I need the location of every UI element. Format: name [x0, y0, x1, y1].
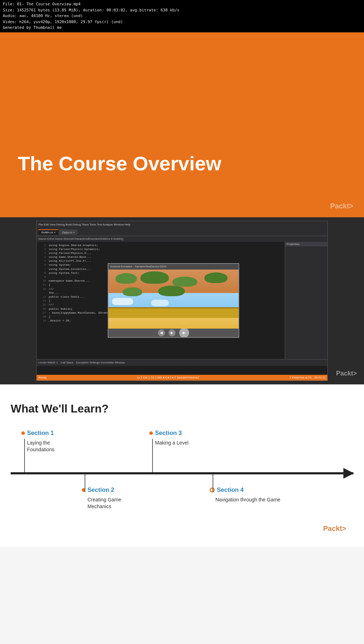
action-button[interactable]: ▶ — [179, 328, 189, 338]
section1-label: Section 1 — [27, 430, 54, 437]
ide-tab-zippy[interactable]: Zippy.cs × — [59, 229, 77, 235]
ide-bottom-panel: Locals Watch 1 Call Stack Exception Sett… — [37, 359, 327, 380]
hero-title: The Course Overview — [18, 153, 221, 175]
game-controls[interactable]: ◀ ▶ ▶ — [108, 329, 239, 337]
ide-exceptions-tab[interactable]: Exception Settings Immediate Window — [76, 361, 125, 364]
game-window-title-text: Android Emulator - XamarinTestDevice:555… — [110, 265, 166, 268]
learn-section: What We'll Learn? Section 1 Laying the F… — [0, 384, 364, 547]
game-canvas — [108, 270, 239, 329]
ide-bottom-tabs: Locals Watch 1 Call Stack Exception Sett… — [37, 360, 327, 366]
ide-window: File Edit View Debug Build Debug Team To… — [36, 221, 328, 381]
section1-vline — [24, 439, 25, 473]
ide-callstack-tab[interactable]: Call Stack — [60, 361, 73, 364]
code-line: 4using Game.Shared.Base... — [37, 255, 285, 259]
file-info-line2: Size: 14525761 bytes (13.85 MiB), durati… — [3, 7, 361, 14]
code-line: 5using Microsoft.Xna.Fr... — [37, 259, 285, 263]
section4-item: Section 4 Navigation through the Game — [210, 486, 281, 504]
ide-code-panel[interactable]: 1using Engine.Shared.Graphics;2using Far… — [37, 242, 285, 373]
back-button[interactable]: ◀ — [158, 329, 165, 336]
ide-status-time: Y Detached at 20... 00:01:12 — [289, 376, 326, 379]
ide-breadcrumb: Game.iOS ▸ Game-Shared/Characters/Enemie… — [37, 236, 327, 242]
code-line: 1using Engine.Shared.Graphics; — [37, 243, 285, 247]
code-line: 2using FarseerPhysics.Dynamics; — [37, 247, 285, 251]
ide-status-ready: Ready — [38, 376, 47, 379]
packt-logo-hero: Packt> — [330, 202, 353, 210]
file-info-line1: File: 01- The Course Overview.mp4 — [3, 1, 361, 7]
ide-properties-panel: Properties — [285, 242, 327, 373]
section2-label: Section 2 — [87, 486, 114, 494]
section4-title: Section 4 — [210, 486, 281, 494]
file-info-line3: Audio: aac, 44100 Hz, stereo (und) — [3, 13, 361, 19]
section4-dot — [210, 488, 215, 493]
section2-title: Section 2 — [82, 486, 142, 494]
section3-label: Section 3 — [155, 430, 182, 437]
ide-section: File Edit View Debug Build Debug Team To… — [0, 217, 364, 384]
ide-menu-bar: File Edit View Debug Build Debug Team To… — [37, 221, 327, 228]
ide-status-position: Ln 1 Col 1 Ch 1 INS ♦ 0 ♦ 0 ♦ 0 Xamarin/… — [137, 376, 199, 379]
section3-title: Section 3 — [149, 430, 206, 437]
learn-title: What We'll Learn? — [11, 402, 353, 415]
section3-desc: Making a Level — [155, 440, 206, 447]
ide-content-area: 1using Engine.Shared.Graphics;2using Far… — [37, 242, 327, 373]
section1-desc: Laying the Foundations — [27, 440, 78, 453]
ide-properties-title: Properties — [285, 242, 327, 246]
ide-locals-tab[interactable]: Locals Watch 1 — [38, 361, 58, 364]
section3-vline — [152, 439, 153, 473]
section2-item: Section 2 Creating Game Mechanics — [82, 486, 142, 510]
game-preview-titlebar: Android Emulator - XamarinTestDevice:555… — [108, 264, 239, 270]
hero-section: The Course Overview Packt> — [0, 32, 364, 217]
section1-title: Section 1 — [21, 430, 78, 437]
game-preview-window[interactable]: Android Emulator - XamarinTestDevice:555… — [108, 263, 239, 338]
ide-menu-text: File Edit View Debug Build Debug Team To… — [38, 223, 130, 226]
section4-vline — [213, 474, 213, 492]
section3-item: Section 3 Making a Level — [149, 430, 206, 447]
packt-logo-bottom: Packt> — [323, 525, 346, 533]
section1-item: Section 1 Laying the Foundations — [21, 430, 78, 453]
ide-tab-bar: Goblin.cs × Zippy.cs × — [37, 228, 327, 236]
file-info-line4: Video: h264, yuv420p, 1920x1080, 29.97 f… — [3, 19, 361, 25]
packt-logo-ide: Packt> — [336, 370, 357, 377]
ide-tab-goblin[interactable]: Goblin.cs × — [38, 229, 58, 235]
ide-status-bar: Ready Ln 1 Col 1 Ch 1 INS ♦ 0 ♦ 0 ♦ 0 Xa… — [37, 375, 327, 380]
section4-label: Section 4 — [217, 486, 244, 494]
timeline-container: Section 1 Laying the Foundations Section… — [11, 430, 353, 536]
section4-desc: Navigation through the Game — [215, 496, 281, 504]
forward-button[interactable]: ▶ — [168, 329, 176, 336]
file-info-bar: File: 01- The Course Overview.mp4 Size: … — [0, 0, 364, 32]
section2-vline — [85, 474, 85, 492]
section3-dot — [149, 431, 153, 435]
file-info-line5: Generated by Thumbnail me — [3, 25, 361, 31]
section1-dot — [21, 431, 25, 435]
section2-desc: Creating Game Mechanics — [87, 496, 142, 510]
code-line: 3using FarseerPhysics.D... — [37, 251, 285, 255]
timeline-arrow — [11, 472, 353, 474]
